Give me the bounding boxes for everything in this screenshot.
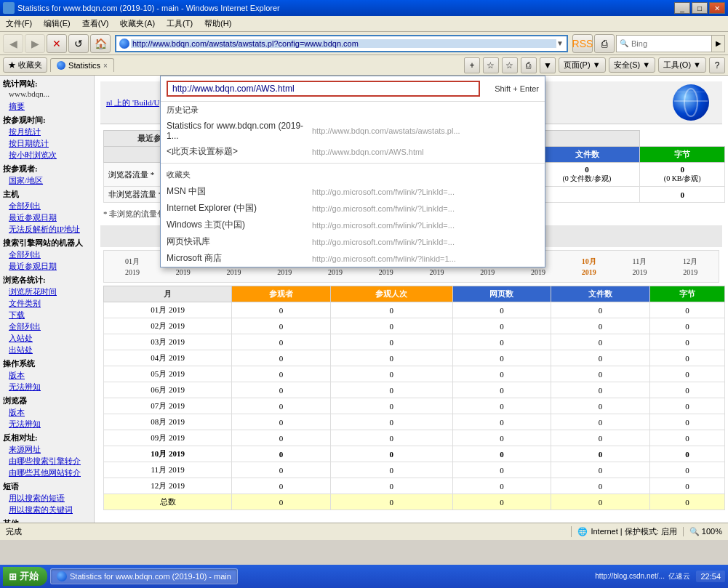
app-icon bbox=[3, 2, 15, 14]
sidebar-se-from[interactable]: 由哪些搜索引擎转介 bbox=[9, 456, 91, 467]
dropdown-shortcut: Shift + Enter bbox=[480, 84, 539, 93]
sidebar-host-unresolved[interactable]: 无法反解析的IP地址 bbox=[9, 224, 91, 235]
sidebar-host-all[interactable]: 全部列出 bbox=[9, 201, 91, 212]
sidebar-browse-filetype[interactable]: 文件类别 bbox=[9, 298, 91, 309]
print-preview-button[interactable]: ⎙ bbox=[594, 34, 615, 53]
sidebar-summary-link[interactable]: 摘要 bbox=[9, 101, 91, 112]
sidebar-phrase-keywords[interactable]: 用以搜索的关键词 bbox=[9, 504, 91, 515]
sidebar-browse-exit[interactable]: 出站处 bbox=[9, 345, 91, 355]
sidebar-phrase-search[interactable]: 用以搜索的短语 bbox=[9, 493, 91, 504]
year-oct: 2019 bbox=[582, 268, 596, 276]
dropdown-history-item-1[interactable]: <此页未设置标题> http://www.bdqn.com/AWS.html bbox=[161, 143, 545, 160]
sidebar-referer-source[interactable]: 来源网址 bbox=[9, 444, 91, 455]
history-visits-mar: 0 bbox=[330, 334, 452, 350]
address-input[interactable] bbox=[131, 39, 556, 48]
menu-file[interactable]: 文件(F) bbox=[0, 16, 38, 31]
search-go-button[interactable]: ▶ bbox=[711, 36, 724, 52]
ie-zone-icon: 🌐 bbox=[577, 527, 588, 536]
sidebar-browser-version[interactable]: 版本 bbox=[9, 407, 91, 418]
print-button[interactable]: ⎙ bbox=[521, 57, 537, 73]
sidebar-browse-entry[interactable]: 入站处 bbox=[9, 333, 91, 344]
history-bytes-jul: 0 bbox=[649, 398, 724, 414]
year-apr: 2019 bbox=[277, 268, 292, 276]
address-dropdown-icon[interactable]: ▼ bbox=[556, 39, 564, 47]
dropdown-history-item-0-url: http://www.bdqn.com/awstats/awstats.pl..… bbox=[312, 126, 539, 135]
history-visits-sep: 0 bbox=[330, 430, 452, 446]
non-browser-files bbox=[534, 187, 640, 203]
sidebar-daily-link[interactable]: 按日期统计 bbox=[9, 138, 91, 149]
sidebar-browse-label: 浏览各统计: bbox=[3, 275, 46, 284]
year-jan: 2019 bbox=[125, 268, 140, 276]
history-files-oct: 0 bbox=[551, 446, 650, 462]
menu-bar: 文件(F) 编辑(E) 查看(V) 收藏夹(A) 工具(T) 帮助(H) bbox=[0, 16, 728, 32]
search-input[interactable] bbox=[631, 39, 711, 48]
sidebar-site-from[interactable]: 由哪些其他网站转介 bbox=[9, 467, 91, 478]
menu-favorites[interactable]: 收藏夹(A) bbox=[114, 16, 161, 31]
history-bytes-oct: 0 bbox=[649, 446, 724, 462]
taskbar-ie-button[interactable]: Statistics for www.bdqn.com (2019-10) - … bbox=[50, 568, 238, 584]
taskbar: ⊞ 开始 Statistics for www.bdqn.com (2019-1… bbox=[0, 565, 728, 588]
help-button[interactable]: ? bbox=[709, 57, 725, 73]
dropdown-fav-ms-store[interactable]: Microsoft 商店 http://go.microsoft.com/fwl… bbox=[161, 250, 545, 267]
sidebar-country-link[interactable]: 国家/地区 bbox=[9, 175, 91, 186]
non-browser-bytes: 0 bbox=[640, 187, 725, 203]
dropdown-fav-msn[interactable]: MSN 中国 http://go.microsoft.com/fwlink/?L… bbox=[161, 183, 545, 200]
history-visitors-apr: 0 bbox=[232, 350, 331, 366]
sidebar-hourly-link[interactable]: 按小时浏览次 bbox=[9, 150, 91, 161]
tools-button[interactable]: 工具(O) ▼ bbox=[658, 57, 706, 73]
dropdown-favorites-title: 收藏夹 bbox=[161, 166, 545, 183]
tab-statistics[interactable]: Statistics × bbox=[50, 58, 114, 72]
history-visits-jul: 0 bbox=[330, 398, 452, 414]
history-pages-jun: 0 bbox=[452, 382, 551, 398]
menu-edit[interactable]: 编辑(E) bbox=[38, 16, 76, 31]
sidebar-browse-download[interactable]: 下载 bbox=[9, 310, 91, 321]
history-visitors-aug: 0 bbox=[232, 414, 331, 430]
dropdown-history-item-0-name: Statistics for www.bdqn.com (2019-1... bbox=[167, 121, 312, 141]
sidebar-browse-all[interactable]: 全部列出 bbox=[9, 321, 91, 332]
dropdown-history-item-0[interactable]: Statistics for www.bdqn.com (2019-1... h… bbox=[161, 118, 545, 143]
dropdown-fav-windows[interactable]: Windows 主页(中国) http://go.microsoft.com/f… bbox=[161, 217, 545, 233]
sidebar-host-lastvisit[interactable]: 最近参观日期 bbox=[9, 212, 91, 223]
favorites-star-button[interactable]: ☆ bbox=[483, 57, 499, 73]
search-icon: 🔍 bbox=[617, 39, 631, 47]
history-pages-mar: 0 bbox=[452, 334, 551, 350]
sidebar-os-unknown[interactable]: 无法辨知 bbox=[9, 382, 91, 392]
minimize-button[interactable]: _ bbox=[674, 2, 690, 14]
security-button[interactable]: 安全(S) ▼ bbox=[609, 57, 656, 73]
sidebar-robot-lastvisit[interactable]: 最近参观日期 bbox=[9, 261, 91, 272]
menu-help[interactable]: 帮助(H) bbox=[199, 16, 237, 31]
page-button[interactable]: 页面(P) ▼ bbox=[559, 57, 606, 73]
sidebar-os-version[interactable]: 版本 bbox=[9, 370, 91, 381]
stop-button[interactable]: ✕ bbox=[47, 34, 67, 53]
print-dropdown[interactable]: ▼ bbox=[540, 57, 556, 73]
add-favorites-button[interactable]: ☆ bbox=[502, 57, 518, 73]
history-pages-jan: 0 bbox=[452, 302, 551, 318]
dropdown-fav-ie[interactable]: Internet Explorer (中国) http://go.microso… bbox=[161, 200, 545, 217]
sidebar-robot-all[interactable]: 全部列出 bbox=[9, 249, 91, 260]
history-month-nov: 11月 2019 bbox=[104, 462, 232, 478]
history-files-sep: 0 bbox=[551, 430, 650, 446]
home-button[interactable]: 🏠 bbox=[90, 34, 111, 53]
close-button[interactable]: ✕ bbox=[709, 2, 725, 14]
sidebar-browser-unknown[interactable]: 无法辨知 bbox=[9, 419, 91, 430]
start-button[interactable]: ⊞ 开始 bbox=[3, 567, 47, 586]
history-row-aug: 08月 2019 0 0 0 0 0 bbox=[104, 414, 725, 430]
dropdown-fav-windows-name: Windows 主页(中国) bbox=[167, 219, 312, 231]
refresh-button[interactable]: ↺ bbox=[68, 34, 89, 53]
sidebar-monthly-link[interactable]: 按月统计 bbox=[9, 126, 91, 137]
tab-close-button[interactable]: × bbox=[103, 62, 108, 70]
menu-view[interactable]: 查看(V) bbox=[76, 16, 115, 31]
dropdown-fav-feeds[interactable]: 网页快讯库 http://go.microsoft.com/fwlink/?Li… bbox=[161, 233, 545, 250]
menu-tools[interactable]: 工具(T) bbox=[161, 16, 199, 31]
dropdown-fav-ie-url: http://go.microsoft.com/fwlink/?LinkId=.… bbox=[312, 204, 539, 213]
year-may: 2019 bbox=[328, 268, 343, 276]
sidebar-browse-time[interactable]: 浏览所花时间 bbox=[9, 286, 91, 297]
rss-button[interactable]: RSS bbox=[572, 34, 593, 53]
maximize-button[interactable]: □ bbox=[692, 2, 708, 14]
dropdown-url-display[interactable]: http://www.bdqn.com/AWS.html bbox=[167, 81, 480, 97]
add-tab-button[interactable]: + bbox=[464, 57, 480, 73]
favorites-button[interactable]: ★ 收藏夹 bbox=[3, 57, 47, 73]
back-button[interactable]: ◀ bbox=[3, 34, 23, 53]
dropdown-fav-ms-store-name: Microsoft 商店 bbox=[167, 252, 312, 265]
forward-button[interactable]: ▶ bbox=[25, 34, 45, 53]
